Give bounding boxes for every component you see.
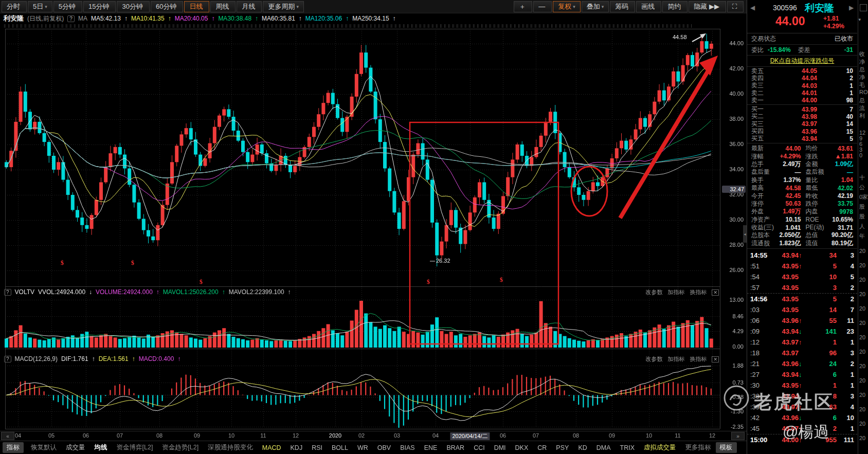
volume-value: ↑ [222,288,225,296]
tape-time: :54 [750,273,773,281]
tape-row[interactable]: 14:56 43.95 5 2 [747,293,857,304]
panel-tool-link[interactable]: 改参数 [645,355,662,363]
help-icon[interactable]: ? [4,289,11,296]
level-price: 43.96 [771,128,830,135]
panel-tool-link[interactable]: 换指标 [690,288,707,296]
tape-count: 10 [837,414,854,422]
indicator-tab[interactable]: DKX [511,443,533,452]
price-change: +1.81 [823,15,839,22]
tape-row[interactable]: :54 43.95 10 5 [747,271,857,282]
scroll-left-button[interactable]: « [1,432,14,440]
indicator-tab[interactable]: 成交量 [61,442,90,453]
indicator-tab[interactable]: 资金博弈[L2] [112,442,158,453]
indicator-tab[interactable]: 更多指标 [681,442,716,453]
indicator-tab[interactable]: 模板 [716,442,737,453]
strip-char: 收 [859,50,868,58]
tape-row[interactable]: :30 43.95 ↑ 1 1 [747,380,857,391]
tape-row[interactable]: :39 43.97 ↑ 63 4 [747,402,857,412]
indicator-tab[interactable]: OBV [373,443,395,452]
indicator-tab[interactable]: DMI [490,443,511,452]
tape-row[interactable]: :27 43.94 ↓ 6 1 [747,369,857,380]
tape-direction-icon: ↑ [799,262,806,270]
tape-row[interactable]: :06 43.96 ↑ 55 11 [747,315,857,326]
indicator-tab[interactable]: BOLL [327,443,353,452]
stat-value: 1.823亿 [777,239,801,248]
macd-value: ↑ [92,355,95,362]
indicator-tab[interactable]: BIAS [395,443,420,452]
panel-tool-link[interactable]: 加指标 [667,288,684,296]
tape-row[interactable]: :45 43.97 ↑ 2 1 [747,423,857,434]
month-label: 02 [358,432,365,439]
indicator-tab[interactable]: 均线 [90,442,112,453]
scroll-right-button[interactable]: » [731,432,745,440]
tape-row[interactable]: :12 43.97 ↑ 1 1 [747,337,857,348]
tape-row[interactable]: :51 43.95 ↑ 5 4 [747,261,857,271]
macd-value: ↑ [177,355,180,362]
tape-time: :27 [750,371,773,378]
indicator-tab[interactable]: 资金趋势[L2] [157,442,203,453]
stat-row: 涨停 50.63 跌停 33.75 [747,200,857,208]
sell-level-row[interactable]: 卖一 44.00 98 [747,97,857,104]
buy-level-row[interactable]: 买五 43.94 5 [747,135,857,142]
close-icon[interactable]: ✕ [712,356,719,362]
indicator-tab[interactable]: BRAR [442,443,469,452]
indicator-tab[interactable]: 恢复默认 [26,442,61,453]
tape-row[interactable]: :18 43.97 96 3 [747,348,857,358]
prev-stock-icon[interactable]: ◀ [750,4,755,11]
stat-value: 33.75 [829,200,854,207]
indicator-tab[interactable]: 指标 [3,442,24,453]
close-icon[interactable]: ✕ [712,289,719,296]
level-volume: 2 [830,75,853,82]
tape-time: :09 [750,328,773,335]
indicator-tab[interactable]: MACD [258,443,286,452]
tape-row[interactable]: :03 43.95 14 7 [747,304,857,315]
panel-tool-link[interactable]: 加指标 [667,355,684,363]
tape-count: 11 [837,317,854,324]
tape-time: 14:55 [750,251,773,259]
tape-row[interactable]: :21 43.96 ↓ 24 2 [747,358,857,369]
stat-row: 今开 42.45 昨收 42.19 [747,192,857,199]
stock-name: 利安隆 [805,2,834,15]
month-label: 04 [15,432,21,439]
indicator-tab[interactable]: WR [353,443,373,452]
help-icon[interactable]: ? [4,356,11,362]
tape-row[interactable]: :33 43.94 8 3 [747,391,857,402]
indicator-tab[interactable]: DMA [592,443,616,452]
macd-values: MACD(12,26,9)DIF:1.761↑DEA:1.561↑MACD:0.… [15,355,181,362]
panel-tool-link[interactable]: 改参数 [645,288,662,296]
tape-row[interactable]: 14:55 43.94 ↑ 34 3 [747,250,857,261]
indicator-tab[interactable]: 深股通持股变化 [203,442,258,453]
tape-row[interactable]: :42 43.96 ↓ 6 10 [747,412,857,423]
dk-signal-link[interactable]: DK点自动提示涨跌信号 [770,57,835,65]
indicator-tab[interactable]: RSI [307,443,327,452]
stat-value: 10.65% [829,216,854,223]
next-stock-icon[interactable]: ▶ [849,4,854,11]
strip-char: 20 [859,392,865,406]
strip-char: 流 [859,104,868,112]
indicator-tab[interactable]: KD [573,443,591,452]
tape-count: 111 [837,436,854,444]
macd-panel-tools: 改参数加指标换指标 ✕ [591,355,719,363]
candlestick-chart[interactable] [0,0,747,432]
indicator-tab[interactable]: 虚拟成交量 [639,442,681,453]
dollar-signal-icon: $ [61,259,64,267]
panel-collapse-handle[interactable]: ◂ [743,225,747,243]
level-name: 买五 [751,134,771,143]
tape-volume: 10 [806,273,837,281]
indicator-tab[interactable]: CCI [469,443,490,452]
indicator-tab[interactable]: TRIX [616,443,639,452]
tape-count: 2 [837,284,854,292]
tape-count: 7 [837,306,854,314]
stat-value: 43.61 [829,145,854,152]
stat-label: 内盘 [806,207,829,216]
indicator-tab[interactable]: ENE [420,443,442,452]
stat-value: 44.58 [777,185,801,192]
indicator-tab[interactable]: CR [533,443,551,452]
stat-value: 31.71 [829,224,854,231]
panel-tool-link[interactable]: 换指标 [690,355,707,363]
tape-row[interactable]: 15:00 44.00 ↑ 955 111 [747,434,857,445]
indicator-tab[interactable]: KDJ [286,443,308,452]
tape-row[interactable]: :09 43.94 ↓ 141 23 [747,326,857,337]
tape-row[interactable]: :57 43.95 3 2 [747,282,857,293]
indicator-tab[interactable]: PSY [551,443,573,452]
